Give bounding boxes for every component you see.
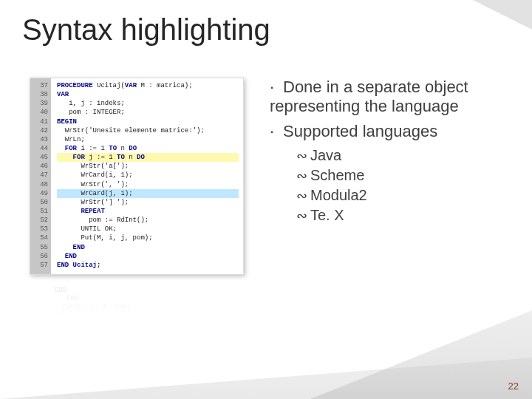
page-number: 22: [508, 381, 519, 392]
sub-bullet-text: Te. X: [310, 207, 344, 223]
infinity-bullet-icon: ∾: [296, 208, 307, 223]
code-line: BEGIN: [57, 118, 77, 126]
line-number: 52: [30, 216, 48, 225]
page-title: Syntax highlighting: [22, 13, 270, 47]
code-line: WrLn;: [57, 136, 85, 143]
code-line: pom : INTEGER;: [57, 109, 125, 116]
bullet-text: Done in a separate object representing t…: [270, 78, 468, 115]
line-number: 47: [30, 171, 48, 180]
bullet-dot-icon: ·: [270, 78, 283, 97]
line-number: 38: [30, 90, 48, 99]
line-number: 51: [30, 207, 48, 216]
code-source: PROCEDURE Ucitaj(VAR M : matrica); VAR i…: [51, 78, 243, 274]
slide: Syntax highlighting 37 38 39 40 41 42 43…: [0, 0, 532, 399]
code-line: VAR: [57, 91, 69, 98]
line-number: 54: [30, 233, 48, 242]
line-number: 44: [30, 144, 48, 153]
line-number: 50: [30, 198, 48, 207]
line-number: 46: [30, 162, 48, 171]
line-number: 55: [30, 243, 48, 252]
code-line: END Ucitaj;: [57, 262, 100, 269]
sub-bullet-item: ∾Te. X: [296, 207, 502, 224]
code-line: PROCEDURE Ucitaj(VAR M : matrica);: [57, 82, 193, 89]
line-number: 40: [30, 108, 48, 117]
code-line: Put(M, i, j, pom);: [57, 234, 153, 242]
sub-bullet-item: ∾Scheme: [296, 167, 502, 184]
code-line: pom := RdInt();: [57, 216, 149, 224]
code-screenshot: 37 38 39 40 41 42 43 44 45 46 47 48 49 5…: [30, 78, 244, 275]
line-number: 39: [30, 99, 48, 108]
content-row: 37 38 39 40 41 42 43 44 45 46 47 48 49 5…: [30, 78, 502, 335]
code-line: END: [57, 244, 85, 251]
code-reflection: END {CPS2}; END END Lec(K' r' i' kom) EN…: [30, 276, 244, 335]
code-line: UNTIL OK;: [57, 225, 117, 233]
line-number: 43: [30, 135, 48, 144]
line-number: 56: [30, 252, 48, 261]
code-line: WrCard(i, 1);: [57, 171, 133, 179]
code-line: FOR i := 1 TO n DO: [57, 145, 137, 152]
line-number: 57: [30, 261, 48, 270]
sub-bullet-text: Java: [310, 147, 341, 163]
highlight-blue: WrCard(j, 1);: [57, 189, 239, 198]
line-number: 42: [30, 126, 48, 135]
sub-bullet-list: ∾Java ∾Scheme ∾Modula2 ∾Te. X: [262, 147, 502, 224]
line-number: 49: [30, 189, 48, 198]
code-line: WrStr('Unesite elemente matrice:');: [57, 127, 205, 134]
code-line: WrStr('a[');: [57, 163, 129, 170]
code-line: REPEAT: [57, 208, 105, 215]
infinity-bullet-icon: ∾: [296, 168, 307, 183]
sub-bullet-text: Scheme: [310, 167, 364, 183]
code-line: WrStr(', ');: [57, 181, 129, 188]
line-number: 53: [30, 225, 48, 233]
highlight-yellow: FOR j := 1 TO n DO: [57, 153, 239, 162]
decor-corner-top-right: [473, 0, 532, 30]
line-number: 48: [30, 180, 48, 189]
sub-bullet-item: ∾Java: [296, 147, 502, 164]
code-line: i, j : indeks;: [57, 100, 125, 107]
code-line: WrStr('] ');: [57, 199, 129, 206]
line-number: 45: [30, 153, 48, 162]
bullet-list: ·Done in a separate object representing …: [262, 78, 502, 335]
line-number-gutter: 37 38 39 40 41 42 43 44 45 46 47 48 49 5…: [30, 78, 51, 274]
sub-bullet-item: ∾Modula2: [296, 187, 502, 204]
bullet-dot-icon: ·: [270, 122, 283, 141]
line-number: 41: [30, 117, 48, 126]
bullet-item: ·Supported languages: [270, 122, 502, 141]
code-column: 37 38 39 40 41 42 43 44 45 46 47 48 49 5…: [30, 78, 244, 335]
infinity-bullet-icon: ∾: [296, 149, 307, 163]
infinity-bullet-icon: ∾: [296, 188, 307, 203]
sub-bullet-text: Modula2: [310, 187, 367, 203]
bullet-text: Supported languages: [283, 122, 437, 140]
bullet-item: ·Done in a separate object representing …: [270, 78, 502, 116]
line-number: 37: [30, 81, 48, 90]
code-line: END: [57, 253, 77, 260]
